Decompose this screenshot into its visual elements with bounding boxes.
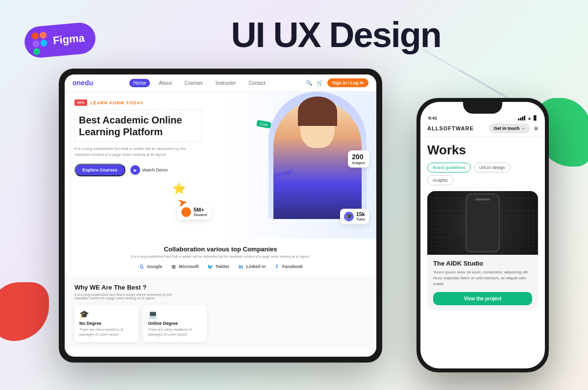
- twitter-icon: 🐦: [207, 263, 214, 270]
- phone-screen: 9:41 ▲ ▊ ALLSOFTWARE Get in touch → ≡: [420, 102, 545, 368]
- online-degree-title: Online Degree: [148, 321, 202, 326]
- phone-logo: ALLSOFTWARE: [427, 125, 474, 131]
- watch-demo-label: Watch Demo: [143, 168, 168, 172]
- hero-description: It is a long established fact that a rea…: [74, 146, 192, 158]
- main-title: UI UX Design: [231, 15, 441, 55]
- graphic-label: Graphic: [433, 178, 448, 183]
- tablet-nav-about[interactable]: About: [155, 79, 175, 87]
- stat-subjects-label: Subject: [352, 161, 365, 165]
- tag-brand-guidelines[interactable]: Brand guidelines: [427, 163, 471, 172]
- project-card: The AIDK Studio Yorem ipsum dolor sit am…: [427, 191, 538, 310]
- stat-tutors-label: Tutor: [356, 217, 365, 221]
- signal-bar-2: [520, 118, 521, 121]
- decorative-blob-red: [0, 282, 49, 341]
- linkedin-label: Linked in: [246, 264, 266, 269]
- wifi-icon: ▲: [527, 116, 532, 121]
- tag-graphic[interactable]: Graphic: [427, 175, 454, 185]
- tablet-nav-home[interactable]: Home: [129, 79, 150, 87]
- stat-students-number: 5M+: [194, 207, 207, 213]
- ui-ux-design-label: UI/UX design: [479, 165, 505, 170]
- tablet-nav-courses[interactable]: Courses: [180, 79, 206, 87]
- why-section: Why WE Are The Best ? It is a long estab…: [65, 277, 376, 349]
- project-title: The AIDK Studio: [433, 260, 532, 267]
- hero-title: Best Academic Online Learning Platform: [74, 110, 202, 142]
- search-icon[interactable]: 🔍: [306, 80, 313, 86]
- get-in-touch-button[interactable]: Get in touch →: [489, 123, 530, 133]
- no-degree-title: No Degree: [79, 321, 133, 326]
- facebook-label: Facebook: [282, 264, 303, 269]
- get-in-touch-label: Get in touch →: [494, 126, 525, 131]
- company-microsoft: ⊞ Microsoft: [170, 263, 199, 270]
- google-icon: G: [138, 263, 145, 270]
- signin-button[interactable]: Sign in / Log in: [327, 78, 369, 87]
- why-card-no-degree: 🎓 No Degree There are many variations of…: [74, 305, 138, 342]
- signal-bar-1: [518, 119, 519, 121]
- microsoft-icon: ⊞: [170, 263, 177, 270]
- star-decoration: ⭐: [172, 182, 186, 195]
- figma-dot-1: [31, 32, 39, 40]
- phone-time: 9:41: [428, 116, 437, 121]
- figma-dot-3: [32, 40, 40, 48]
- works-title: Works: [427, 143, 538, 158]
- project-description: Yorem ipsum dolor sit amet, consectetur …: [433, 269, 532, 287]
- tablet-nav-links: Home About Courses Instructor Contact: [99, 79, 300, 87]
- stat-subjects: 200 Subject: [348, 150, 369, 168]
- no-degree-desc: There are many variations of passages of…: [79, 327, 133, 337]
- tablet-logo: onedu: [73, 79, 93, 87]
- play-icon: ▶: [130, 165, 140, 175]
- why-card-online-degree: 💻 Online Degree There are many variation…: [143, 305, 207, 342]
- why-cards: 🎓 No Degree There are many variations of…: [74, 305, 367, 342]
- online-degree-desc: There are many variations of passages of…: [148, 327, 202, 337]
- cart-icon[interactable]: 🛒: [317, 80, 323, 86]
- microsoft-label: Microsoft: [179, 264, 199, 269]
- tablet-mockup: onedu Home About Courses Instructor Cont…: [59, 69, 382, 363]
- companies-section: Collaboration various top Companies It i…: [65, 239, 376, 277]
- watch-demo-button[interactable]: ▶ Watch Demo: [130, 165, 168, 175]
- phone-status-bar: 9:41 ▲ ▊: [420, 114, 545, 121]
- decorative-line-1: [423, 49, 508, 99]
- signal-icon: [518, 116, 525, 121]
- tablet-screen: onedu Home About Courses Instructor Cont…: [65, 74, 376, 357]
- phone-in-project-image: [466, 194, 500, 252]
- tablet-nav-contact[interactable]: Contact: [245, 79, 269, 87]
- stat-subjects-number: 200: [352, 153, 365, 161]
- figma-label: Figma: [52, 32, 85, 48]
- stat-tutors: 🎓 15k Tutor: [340, 209, 369, 224]
- menu-icon[interactable]: ≡: [534, 124, 538, 132]
- phone-status-icons: ▲ ▊: [518, 116, 537, 121]
- company-google: G Google: [138, 263, 162, 270]
- view-project-button[interactable]: View the project: [433, 292, 532, 305]
- explore-courses-button[interactable]: Explore Courses: [74, 164, 125, 176]
- stat-students-label: Student: [194, 213, 207, 217]
- tablet-nav: onedu Home About Courses Instructor Cont…: [65, 74, 376, 92]
- companies-description: It is a long established fact that a rea…: [74, 255, 367, 258]
- company-linkedin: in Linked in: [237, 263, 266, 270]
- figma-dot-5: [33, 48, 40, 55]
- online-degree-icon: 💻: [148, 310, 202, 319]
- figma-dot-4: [40, 39, 48, 47]
- battery-icon: ▊: [534, 116, 537, 121]
- google-label: Google: [147, 264, 162, 269]
- why-description: It is a long established fact that a rea…: [74, 293, 182, 300]
- tablet-nav-instructor[interactable]: Instructor: [212, 79, 240, 87]
- linkedin-icon: in: [237, 263, 244, 270]
- brand-guidelines-label: Brand guidelines: [433, 165, 466, 170]
- project-info: The AIDK Studio Yorem ipsum dolor sit am…: [427, 255, 538, 310]
- stat-students-info: 5M+ Student: [194, 207, 207, 217]
- phone-nav-right: Get in touch → ≡: [489, 123, 538, 133]
- companies-logos: G Google ⊞ Microsoft 🐦 Twitter in Linked…: [74, 263, 367, 270]
- signal-bar-4: [524, 116, 525, 121]
- twitter-label: Twitter: [216, 264, 230, 269]
- figma-dot-2: [39, 31, 47, 39]
- figma-badge: Figma: [23, 22, 97, 59]
- project-image: [427, 191, 538, 255]
- stat-tutors-number: 15k: [356, 211, 365, 217]
- tablet-nav-icons: 🔍 🛒 Sign in / Log in: [306, 78, 369, 87]
- phone-mockup: 9:41 ▲ ▊ ALLSOFTWARE Get in touch → ≡: [416, 98, 549, 372]
- tag-ui-ux-design[interactable]: UI/UX design: [474, 163, 511, 172]
- code-label: Code: [256, 120, 271, 129]
- facebook-icon: f: [273, 263, 280, 270]
- no-degree-icon: 🎓: [79, 310, 133, 319]
- company-twitter: 🐦 Twitter: [207, 263, 230, 270]
- figma-icon: [31, 31, 49, 52]
